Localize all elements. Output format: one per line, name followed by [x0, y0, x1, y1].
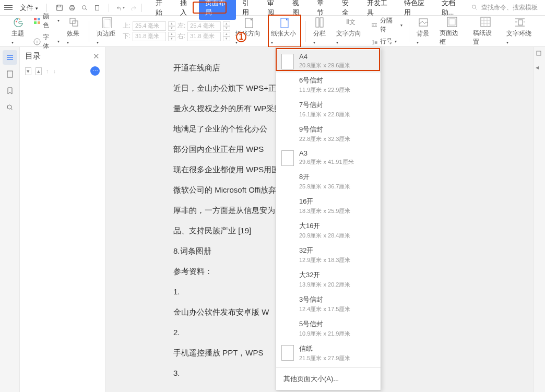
option-dimensions: 12.4厘米 x 17.5厘米	[299, 305, 350, 313]
orientation-button[interactable]: 纸张方向▾	[232, 15, 266, 47]
redo-icon[interactable]	[129, 4, 137, 12]
svg-text:1≡: 1≡	[372, 40, 378, 45]
effect-button[interactable]: 效果▾	[64, 15, 85, 47]
font-button[interactable]: T字体▾	[31, 32, 62, 52]
collapse-icon[interactable]: ▾	[25, 67, 31, 75]
tool-top-icon[interactable]	[536, 50, 544, 58]
svg-rect-15	[34, 21, 37, 24]
text-direction-button[interactable]: Ⅱ文 文字方向▾	[333, 15, 366, 47]
svg-point-49	[7, 105, 11, 109]
option-name: A4	[299, 53, 350, 61]
outline-panel: 目录 ✕ ▾ ▴ ↑ ↓ ⋯	[20, 47, 105, 392]
option-name: 7号信封	[299, 100, 350, 110]
page-icon[interactable]	[3, 67, 17, 81]
svg-point-5	[82, 5, 86, 9]
grid-button[interactable]: 稿纸设置	[470, 14, 501, 49]
breaks-button[interactable]: 分隔符▾	[369, 15, 405, 35]
svg-line-6	[85, 8, 87, 10]
option-name: 8开	[299, 172, 350, 182]
settings-icon[interactable]: ⋯	[90, 66, 100, 76]
outline-icon[interactable]	[3, 50, 17, 65]
text-wrap-button[interactable]: 文字环绕▾	[503, 15, 537, 47]
line-number-button[interactable]: 1≡行号▾	[369, 36, 405, 47]
svg-rect-7	[95, 5, 99, 10]
close-icon[interactable]: ✕	[93, 52, 100, 61]
margin-top-input[interactable]: 上:25.4 毫米▴▾	[123, 21, 175, 31]
search-placeholder: 查找命令、搜索模板	[481, 3, 538, 12]
option-name: 32开	[299, 246, 350, 255]
margin-button[interactable]: 页边距▾	[93, 15, 121, 47]
option-dimensions: 10.9厘米 x 21.9厘米	[299, 330, 350, 338]
option-name: 3号信封	[299, 295, 350, 304]
margin-left-input[interactable]: 左:25.4 毫米▴▾	[177, 21, 230, 31]
level-up-icon[interactable]: ▴	[35, 67, 42, 75]
paper-size-option[interactable]: 大32开13.9厘米 x 20.2厘米	[276, 267, 381, 292]
promote-icon[interactable]: ↑	[46, 68, 49, 74]
paper-size-option[interactable]: 8开25.9厘米 x 36.7厘米	[276, 169, 381, 194]
svg-rect-14	[38, 18, 40, 20]
print-icon[interactable]	[68, 4, 76, 12]
svg-rect-25	[316, 18, 319, 27]
separator	[109, 4, 109, 12]
columns-button[interactable]: 分栏▾	[310, 15, 331, 47]
paper-size-option[interactable]: 大16开20.9厘米 x 28.4厘米	[276, 218, 381, 243]
zoom-icon[interactable]	[3, 100, 17, 115]
svg-rect-51	[537, 51, 541, 55]
paper-size-option[interactable]: 3号信封12.4厘米 x 17.5厘米	[276, 292, 381, 316]
paper-size-dropdown: A420.9厘米 x 29.6厘米6号信封11.9厘米 x 22.9厘米7号信封…	[276, 47, 381, 390]
paper-size-option[interactable]: A420.9厘米 x 29.6厘米	[276, 50, 381, 73]
option-dimensions: 20.9厘米 x 28.4厘米	[299, 232, 350, 240]
paper-size-option[interactable]: A329.6厘米 x 41.91厘米	[276, 146, 381, 169]
paper-size-option[interactable]: 6号信封11.9厘米 x 22.9厘米	[276, 73, 381, 97]
expand-icon[interactable]: ◂	[536, 64, 544, 72]
option-dimensions: 18.3厘米 x 25.9厘米	[299, 207, 350, 215]
svg-point-12	[19, 18, 20, 20]
annotation-1: 1	[236, 32, 246, 42]
background-button[interactable]: 背景▾	[413, 15, 434, 47]
option-dimensions: 20.9厘米 x 29.6厘米	[299, 62, 350, 69]
option-dimensions: 25.9厘米 x 36.7厘米	[299, 183, 350, 191]
option-name: 9号信封	[299, 125, 350, 134]
paper-size-option[interactable]: 32开12.9厘米 x 18.3厘米	[276, 243, 381, 267]
option-name: 5号信封	[299, 319, 350, 329]
undo-icon[interactable]: ▾	[116, 4, 125, 12]
page-border-button[interactable]: 页面边框	[436, 14, 468, 49]
paper-size-option[interactable]: 7号信封16.1厘米 x 22.8厘米	[276, 97, 381, 122]
paper-size-option[interactable]: 5号信封10.9厘米 x 21.9厘米	[276, 316, 381, 341]
theme-button[interactable]: 主题▾	[8, 15, 29, 47]
svg-point-11	[17, 19, 18, 20]
margin-right-input[interactable]: 右:31.8 毫米▴▾	[177, 32, 230, 41]
page-icon	[281, 345, 294, 361]
paper-size-option[interactable]: 信纸21.5厘米 x 27.9厘米	[276, 341, 381, 365]
search-area[interactable]: 查找命令、搜索模板	[471, 3, 543, 12]
demote-icon[interactable]: ↓	[53, 68, 56, 74]
panel-title: 目录	[25, 51, 41, 61]
option-dimensions: 12.9厘米 x 18.3厘米	[299, 256, 350, 264]
svg-rect-34	[449, 19, 455, 25]
option-dimensions: 21.5厘米 x 27.9厘米	[299, 354, 350, 362]
ribbon: 主题▾ 颜色▾ T字体▾ 效果▾ 页边距▾ 上:25.4 毫米▴▾ 下:31.8…	[0, 16, 545, 47]
paper-size-option[interactable]: 9号信封22.8厘米 x 32.3厘米	[276, 122, 381, 146]
more-sizes-option[interactable]: 其他页面大小(A)...	[276, 370, 381, 388]
hamburger-icon[interactable]	[4, 4, 13, 12]
paste-icon[interactable]	[93, 4, 101, 12]
svg-rect-35	[481, 17, 490, 27]
page-icon	[281, 150, 294, 166]
svg-rect-26	[320, 18, 323, 27]
paper-size-button[interactable]: 纸张大小▾	[268, 15, 301, 47]
paper-size-option[interactable]: 16开18.3厘米 x 25.9厘米	[276, 194, 381, 218]
svg-line-9	[475, 8, 477, 9]
menubar: 文件 ▾ ▾ 开始 插入 页面布局 引用 审阅 视图 章节 安全 开发工具 特色…	[0, 0, 545, 16]
option-dimensions: 16.1厘米 x 22.8厘米	[299, 111, 350, 118]
preview-icon[interactable]	[80, 4, 89, 12]
bookmark-icon[interactable]	[3, 84, 17, 98]
svg-rect-13	[34, 18, 37, 20]
search-icon	[471, 4, 478, 11]
svg-rect-48	[7, 71, 13, 77]
margin-bottom-input[interactable]: 下:31.8 毫米▴▾	[123, 32, 175, 41]
option-name: 6号信封	[299, 76, 350, 85]
option-dimensions: 11.9厘米 x 22.9厘米	[299, 86, 350, 94]
option-name: 信纸	[299, 344, 350, 353]
color-button[interactable]: 颜色▾	[31, 11, 62, 31]
svg-rect-22	[104, 19, 110, 28]
